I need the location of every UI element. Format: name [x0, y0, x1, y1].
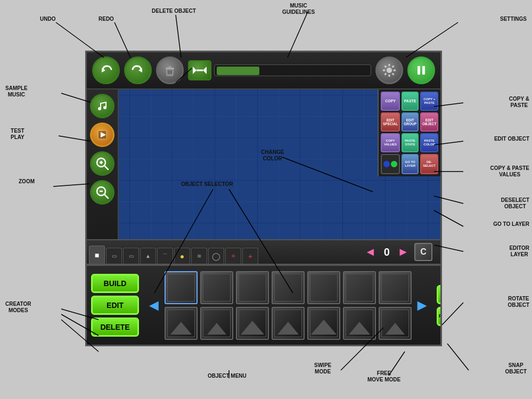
tab-flat[interactable]: ▭: [106, 248, 122, 264]
top-toolbar: [87, 52, 440, 89]
label-copy-paste-values: COPY & PASTEVALUES: [490, 165, 529, 178]
action-buttons: SWIPE ROTATE FREE MOVE SNAP: [432, 281, 442, 330]
tab-oval[interactable]: ◯: [208, 248, 224, 264]
copy-paste-button[interactable]: COPY + PASTE: [420, 92, 438, 111]
paste-color-button[interactable]: PASTE COLOR: [420, 133, 438, 152]
scroll-bar-area: [188, 60, 371, 80]
object-cell-11[interactable]: [272, 307, 305, 340]
object-grid: [165, 271, 412, 340]
tab-plus[interactable]: +: [242, 248, 258, 264]
svg-rect-20: [418, 66, 420, 75]
layer-number: 0: [381, 246, 392, 258]
bottom-panel: BUILD EDIT DELETE ◄: [87, 265, 440, 345]
deselect-button[interactable]: DE- SELECT: [420, 154, 438, 174]
object-cell-13[interactable]: [343, 307, 376, 340]
object-cell-12[interactable]: [307, 307, 340, 340]
object-cell-9[interactable]: [200, 307, 233, 340]
label-go-to-layer: GO TO LAYER: [493, 221, 529, 227]
scroll-track[interactable]: [214, 64, 371, 76]
left-sidebar: [87, 89, 119, 265]
zoom-in-button[interactable]: [90, 151, 114, 176]
object-cell-14[interactable]: [379, 307, 412, 340]
tab-rect[interactable]: ▭: [123, 248, 139, 264]
creator-modes: BUILD EDIT DELETE: [87, 270, 143, 341]
edit-special-button[interactable]: EDIT SPECIAL: [381, 112, 400, 132]
redo-button[interactable]: [124, 56, 152, 84]
label-deselect-object: DESELECTOBJECT: [501, 197, 529, 210]
category-tabs: ■ ▭ ▭ ▲ ⌒ ● ≋ ◯ ✳ +: [87, 240, 260, 264]
svg-line-54: [442, 303, 463, 325]
svg-line-16: [385, 66, 387, 68]
object-cell-3[interactable]: [236, 271, 269, 304]
build-mode-button[interactable]: BUILD: [91, 274, 139, 293]
svg-point-23: [103, 106, 107, 109]
label-sample-music: SAMPLEMUSIC: [5, 85, 28, 98]
tab-curve[interactable]: ⌒: [157, 248, 173, 264]
svg-line-18: [385, 74, 387, 75]
edit-mode-button[interactable]: EDIT: [91, 296, 139, 315]
tab-wave[interactable]: ≋: [191, 248, 207, 264]
copy-values-button[interactable]: COPY VALUES: [381, 133, 400, 152]
pause-button[interactable]: [407, 56, 435, 84]
edit-group-button[interactable]: EDIT GROUP: [402, 112, 419, 132]
layer-right-arrow[interactable]: ►: [397, 245, 409, 259]
object-cell-6[interactable]: [343, 271, 376, 304]
svg-line-29: [104, 166, 108, 169]
tab-star[interactable]: ✳: [225, 248, 241, 264]
settings-button[interactable]: [375, 56, 403, 84]
label-copy-paste: COPY &PASTE: [509, 96, 529, 109]
undo-button[interactable]: [92, 56, 120, 84]
tab-block[interactable]: ■: [89, 246, 105, 264]
label-editor-layer: EDITORLAYER: [509, 245, 529, 258]
zoom-out-button[interactable]: [90, 180, 114, 205]
scroll-direction-button[interactable]: [188, 60, 211, 80]
object-cell-2[interactable]: [200, 271, 233, 304]
swipe-button[interactable]: SWIPE: [437, 285, 442, 304]
free-move-button[interactable]: FREE MOVE: [437, 307, 442, 326]
svg-point-11: [387, 68, 392, 73]
delete-mode-button[interactable]: DELETE: [91, 317, 139, 337]
edit-object-button[interactable]: EDIT OBJECT: [420, 112, 438, 132]
svg-line-17: [392, 74, 394, 75]
layer-bar: ■ ▭ ▭ ▲ ⌒ ● ≋ ◯ ✳ + ◄ 0 ► C: [87, 239, 440, 265]
layer-controls: ◄ 0 ► C: [356, 243, 440, 261]
tab-circle[interactable]: ●: [174, 248, 190, 264]
object-cell-10[interactable]: [236, 307, 269, 340]
label-zoom: ZOOM: [19, 178, 35, 185]
label-object-selector: OBJECT SELECTOR: [181, 181, 233, 188]
go-to-layer-button[interactable]: GO TO LAYER: [402, 154, 419, 174]
svg-marker-8: [193, 67, 197, 74]
object-cell-5[interactable]: [307, 271, 340, 304]
editor-window: COPY PASTE COPY + PASTE EDIT SPECIAL EDI…: [85, 51, 442, 346]
svg-rect-21: [422, 66, 425, 75]
object-cell-7[interactable]: [379, 271, 412, 304]
tab-tri[interactable]: ▲: [140, 248, 156, 264]
right-edit-panel: COPY PASTE COPY + PASTE EDIT SPECIAL EDI…: [378, 89, 440, 176]
object-nav-left[interactable]: ◄: [143, 296, 165, 314]
test-play-button[interactable]: [90, 123, 114, 147]
change-color-button[interactable]: [381, 154, 400, 174]
copy-button[interactable]: COPY: [381, 92, 400, 111]
svg-rect-3: [166, 68, 174, 69]
object-cell-8[interactable]: [165, 307, 198, 340]
label-change-color: CHANGECOLOR: [261, 149, 284, 162]
label-free-move-mode: FREEMOVE MODE: [367, 370, 400, 383]
paste-button[interactable]: PASTE: [402, 92, 419, 111]
delete-button[interactable]: [156, 56, 184, 84]
sample-music-button[interactable]: [90, 94, 114, 118]
label-delete-object: DELETE OBJECT: [152, 8, 196, 14]
object-cell-4[interactable]: [272, 271, 305, 304]
label-test-play: TESTPLAY: [11, 128, 24, 141]
svg-line-42: [53, 184, 89, 186]
label-creator-modes: CREATORMODES: [5, 301, 31, 314]
svg-line-57: [447, 344, 469, 370]
scroll-thumb: [217, 67, 259, 75]
c-button[interactable]: C: [414, 243, 432, 261]
paste-state-button[interactable]: PASTE STATE: [402, 133, 419, 152]
object-nav-right[interactable]: ►: [412, 296, 433, 314]
label-music-guidelines: MUSICGUIDELINES: [282, 3, 315, 15]
label-swipe-mode: SWIPEMODE: [314, 362, 331, 375]
object-cell-1[interactable]: [165, 271, 198, 304]
layer-left-arrow[interactable]: ◄: [364, 245, 376, 259]
label-settings: SETTINGS: [500, 16, 527, 22]
